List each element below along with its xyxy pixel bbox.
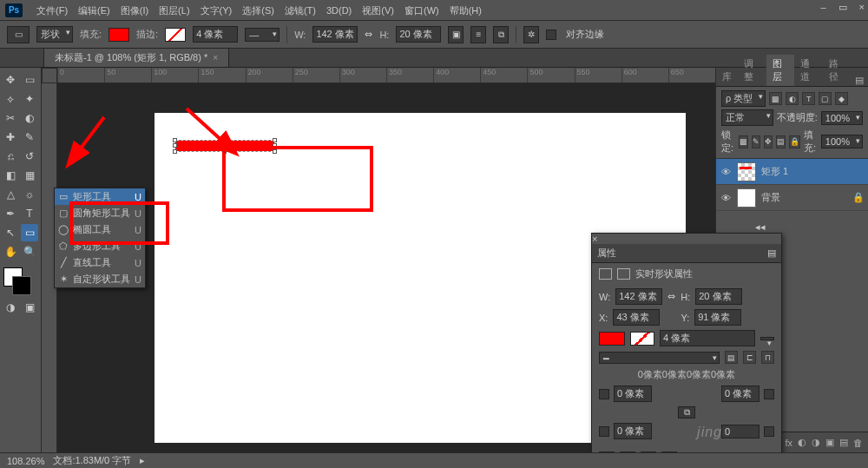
layer-row[interactable]: 👁 背景 🔒 <box>716 185 868 211</box>
doc-info[interactable]: 文档:1.83M/0 字节 <box>53 454 131 467</box>
menu-window[interactable]: 窗口(W) <box>399 0 444 21</box>
ruler-origin[interactable] <box>42 68 57 83</box>
align-edges-checkbox[interactable] <box>546 30 556 40</box>
window-close-icon[interactable]: × <box>859 2 865 13</box>
link-wh-icon[interactable]: ⇔ <box>667 291 675 302</box>
menu-select[interactable]: 选择(S) <box>237 0 279 21</box>
window-restore-icon[interactable]: ▭ <box>838 2 847 13</box>
menu-edit[interactable]: 编辑(E) <box>73 0 115 21</box>
visibility-icon[interactable]: 👁 <box>720 193 732 203</box>
doc-info-menu-icon[interactable]: ▸ <box>140 455 145 466</box>
link-wh-icon[interactable]: ⇔ <box>365 29 372 40</box>
visibility-icon[interactable]: 👁 <box>720 167 732 177</box>
ellipse-tool-item[interactable]: ◯椭圆工具U <box>55 221 145 238</box>
window-minimize-icon[interactable]: – <box>820 2 825 13</box>
tab-channels[interactable]: 通道 <box>794 55 823 86</box>
ruler-horizontal[interactable]: 050100150200250300350400450500550600650 <box>57 68 715 83</box>
corner-bl-checkbox[interactable] <box>599 426 609 437</box>
prop-height-input[interactable]: 20 像素 <box>695 288 742 305</box>
history-brush-tool[interactable]: ↺ <box>21 148 38 165</box>
new-fill-icon[interactable]: ◑ <box>812 437 820 448</box>
magic-wand-tool[interactable]: ✦ <box>21 90 38 108</box>
lock-transparent-icon[interactable]: ▩ <box>739 135 748 148</box>
menu-file[interactable]: 文件(F) <box>31 0 73 21</box>
properties-tab[interactable]: 属性 <box>597 247 616 260</box>
fill-opacity-input[interactable]: 100% <box>821 135 863 148</box>
color-swatches[interactable] <box>2 267 36 297</box>
link-corners-icon[interactable]: ⧉ <box>678 406 695 419</box>
corner-tr-checkbox[interactable] <box>764 389 774 399</box>
path-select-tool[interactable]: ↖ <box>2 224 19 241</box>
line-tool-item[interactable]: ╱直线工具U <box>55 254 145 271</box>
document-tab[interactable]: 未标题-1 @ 108% (矩形 1, RGB/8) * × <box>43 48 229 67</box>
filter-shape-icon[interactable]: ▢ <box>819 92 832 105</box>
background-color[interactable] <box>12 276 31 295</box>
layer-row[interactable]: 👁 矩形 1 <box>716 159 868 185</box>
brush-tool[interactable]: ✎ <box>21 129 38 146</box>
height-input[interactable]: 20 像素 <box>396 26 441 43</box>
rounded-rect-tool-item[interactable]: ▢圆角矩形工具U <box>55 205 145 221</box>
filter-smart-icon[interactable]: ◆ <box>835 92 848 105</box>
width-input[interactable]: 142 像素 <box>312 26 358 43</box>
new-group-icon[interactable]: ▣ <box>825 437 834 448</box>
tab-libraries[interactable]: 库 <box>716 68 738 86</box>
stroke-type-select[interactable]: ━ <box>599 352 720 364</box>
menu-3d[interactable]: 3D(D) <box>321 0 357 21</box>
path-arrange-icon[interactable]: ⧉ <box>493 26 509 43</box>
zoom-level[interactable]: 108.26% <box>7 456 44 466</box>
blend-mode-select[interactable]: 正常 <box>721 109 773 126</box>
rectangle-tool[interactable]: ▭ <box>21 224 38 241</box>
menu-layer[interactable]: 图层(L) <box>154 0 194 21</box>
pen-tool[interactable]: ✒ <box>2 205 19 222</box>
prop-stroke-swatch[interactable] <box>630 332 654 346</box>
lock-pixels-icon[interactable]: ✎ <box>752 135 760 148</box>
path-ops-icon[interactable]: ▣ <box>448 26 464 43</box>
layer-style-icon[interactable]: fx <box>785 438 792 448</box>
healing-tool[interactable]: ✚ <box>2 129 19 146</box>
rectangle-tool-item[interactable]: ▭矩形工具U <box>55 188 145 205</box>
stroke-width-dropdown[interactable] <box>760 337 774 340</box>
lock-artboard-icon[interactable]: ▤ <box>776 135 786 148</box>
crop-tool[interactable]: ✂ <box>2 109 19 127</box>
screenmode-icon[interactable]: ▣ <box>21 299 38 316</box>
layer-thumbnail[interactable] <box>737 188 756 208</box>
panel-collapse-icon[interactable]: ◂◂ <box>755 221 766 233</box>
polygon-tool-item[interactable]: ⬠多边形工具U <box>55 238 145 254</box>
new-layer-icon[interactable]: ▤ <box>839 437 848 448</box>
custom-shape-tool-item[interactable]: ✶自定形状工具U <box>55 271 145 287</box>
gear-icon[interactable]: ✲ <box>523 26 539 43</box>
prop-stroke-width[interactable]: 4 像素 <box>660 330 755 346</box>
lasso-tool[interactable]: ⟡ <box>2 90 19 108</box>
marquee-tool[interactable]: ▭ <box>21 71 38 89</box>
blur-tool[interactable]: △ <box>2 186 19 203</box>
filter-adjust-icon[interactable]: ◐ <box>786 92 799 105</box>
filter-pixel-icon[interactable]: ▩ <box>769 92 782 105</box>
eraser-tool[interactable]: ◧ <box>2 167 19 184</box>
move-tool[interactable]: ✥ <box>2 71 19 89</box>
shape-rectangle-1[interactable] <box>175 141 274 151</box>
close-tab-icon[interactable]: × <box>213 53 218 63</box>
corner-br-checkbox[interactable] <box>764 426 774 437</box>
prop-width-input[interactable]: 142 像素 <box>615 288 662 305</box>
layer-thumbnail[interactable] <box>737 162 756 181</box>
layer-name[interactable]: 背景 <box>761 191 780 204</box>
panel-menu-icon[interactable]: ▤ <box>851 75 868 86</box>
stroke-corners-icon[interactable]: ⊓ <box>761 351 774 364</box>
eyedropper-tool[interactable]: ◐ <box>21 109 38 127</box>
stroke-style-select[interactable]: — <box>245 28 279 42</box>
lock-all-icon[interactable]: 🔒 <box>789 135 800 148</box>
menu-type[interactable]: 文字(Y) <box>195 0 238 21</box>
type-tool[interactable]: T <box>21 205 38 222</box>
corner-bl-input[interactable]: 0 像素 <box>614 423 652 439</box>
delete-layer-icon[interactable]: 🗑 <box>853 438 863 448</box>
opacity-input[interactable]: 100% <box>821 111 863 125</box>
layer-name[interactable]: 矩形 1 <box>761 165 788 178</box>
menu-image[interactable]: 图像(I) <box>115 0 154 21</box>
fill-swatch[interactable] <box>108 28 129 42</box>
stroke-width-input[interactable]: 4 像素 <box>193 26 238 43</box>
tab-layers[interactable]: 图层 <box>766 55 795 86</box>
prop-y-input[interactable]: 91 像素 <box>694 309 741 326</box>
quickmask-icon[interactable]: ◑ <box>2 299 19 316</box>
tool-mode-select[interactable]: 形状 <box>36 26 73 43</box>
menu-help[interactable]: 帮助(H) <box>444 0 487 21</box>
